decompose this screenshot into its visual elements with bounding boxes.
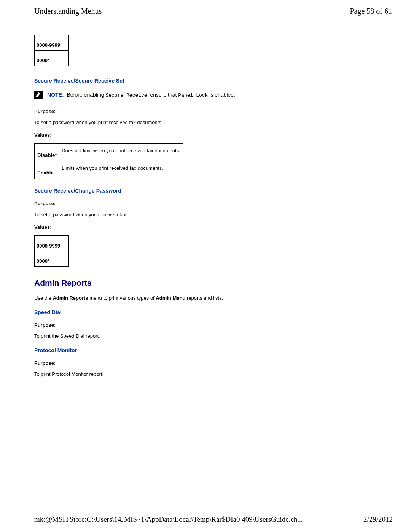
pencil-icon xyxy=(34,91,43,99)
range-cell: 0000* xyxy=(35,51,69,66)
table-row: Disable* Does not limit when you print r… xyxy=(35,144,183,161)
purpose-text: To set a password when you receive a fax… xyxy=(34,212,392,217)
range-cell: 0000-9999 xyxy=(35,236,69,251)
page-header: Understanding Menus Page 58 of 61 xyxy=(34,7,392,16)
value-range-table-1: 0000-9999 0000* xyxy=(34,35,69,66)
note-label: NOTE: xyxy=(47,92,64,98)
desc-cell: Limits when you print received fax docum… xyxy=(59,161,183,179)
code-text: Secure Receive xyxy=(105,93,147,98)
range-cell: 0000-9999 xyxy=(35,35,69,51)
section-heading-protocol-monitor: Protocol Monitor xyxy=(34,347,392,353)
table-row: Enable Limits when you print received fa… xyxy=(35,161,183,179)
option-cell: Disable* xyxy=(35,144,59,161)
note-callout: NOTE: Before enabling Secure Receive, en… xyxy=(34,91,392,99)
purpose-text: To print the Speed Dial report. xyxy=(34,333,392,339)
page-root: Understanding Menus Page 58 of 61 0000-9… xyxy=(0,0,411,532)
footer-path: mk:@MSITStore:C:\Users\14JMIS~1\AppData\… xyxy=(34,515,303,524)
note-text: NOTE: Before enabling Secure Receive, en… xyxy=(47,92,235,98)
section-heading-admin-reports: Admin Reports xyxy=(34,278,392,288)
page-footer: mk:@MSITStore:C:\Users\14JMIS~1\AppData\… xyxy=(0,515,411,524)
section-heading-change-password: Secure Receive/Change Password xyxy=(34,188,392,194)
purpose-label: Purpose: xyxy=(34,360,392,366)
values-label: Values: xyxy=(34,132,392,138)
section-heading-speed-dial: Speed Dial xyxy=(34,309,392,315)
purpose-label: Purpose: xyxy=(34,322,392,328)
range-cell: 0000* xyxy=(35,251,69,267)
purpose-text: To set a password when you print receive… xyxy=(34,120,392,125)
values-label: Values: xyxy=(34,224,392,230)
desc-cell: Does not limit when you print received f… xyxy=(59,144,183,161)
value-range-table-2: 0000-9999 0000* xyxy=(34,235,69,267)
purpose-text: To print Protocol Monitor report. xyxy=(34,371,392,377)
footer-date: 2/29/2012 xyxy=(363,515,393,524)
purpose-label: Purpose: xyxy=(34,109,392,114)
admin-reports-intro: Use the Admin Reports menu to print vari… xyxy=(34,295,392,301)
values-table-secure-receive: Disable* Does not limit when you print r… xyxy=(34,143,183,179)
section-heading-secure-receive-set: Secure Receive/Secure Receive Set xyxy=(34,78,392,84)
code-text: Panel Lock xyxy=(178,93,208,98)
doc-title: Understanding Menus xyxy=(34,7,102,16)
option-cell: Enable xyxy=(35,161,59,179)
purpose-label: Purpose: xyxy=(34,201,392,206)
page-number: Page 58 of 61 xyxy=(350,7,392,16)
